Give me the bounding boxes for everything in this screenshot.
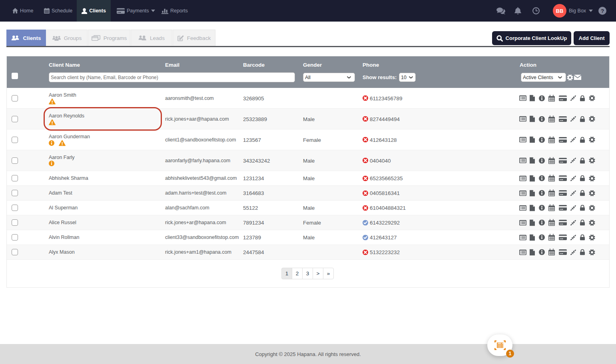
svg-text:?: ? (601, 8, 604, 14)
